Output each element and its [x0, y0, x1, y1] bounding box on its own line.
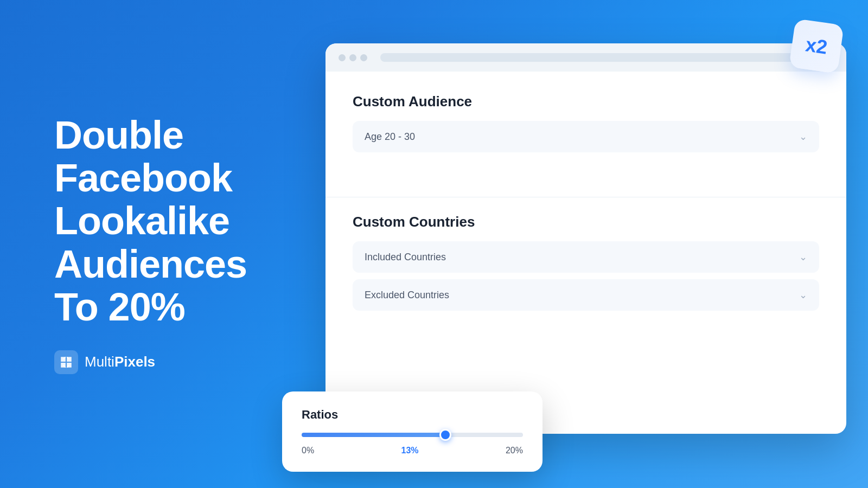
excluded-countries-dropdown[interactable]: Excluded Countries ⌄	[353, 279, 819, 311]
brand-name-bold: Pixels	[114, 354, 155, 370]
excluded-countries-label: Excluded Countries	[365, 290, 449, 301]
browser-dot-1	[339, 54, 346, 61]
multipixels-icon	[59, 355, 73, 369]
slider-labels: 0% 13% 20%	[302, 446, 523, 455]
browser-dots	[339, 54, 367, 61]
headline-line3: Lookalike	[54, 200, 250, 242]
x2-label: x2	[804, 33, 829, 59]
main-card: Custom Audience Age 20 - 30 ⌄ Custom Cou…	[326, 43, 846, 434]
browser-dot-3	[360, 54, 367, 61]
left-section: Double Facebook Lookalike Audiences To 2…	[0, 70, 282, 418]
age-dropdown-label: Age 20 - 30	[365, 131, 415, 143]
age-dropdown[interactable]: Age 20 - 30 ⌄	[353, 121, 819, 152]
section-divider	[326, 197, 846, 197]
brand-name: MultiPixels	[85, 354, 155, 370]
excluded-chevron-icon: ⌄	[799, 289, 807, 301]
headline-line2: Facebook	[54, 157, 250, 200]
slider-container[interactable]	[302, 433, 523, 437]
brand-logo: MultiPixels	[54, 350, 250, 374]
ratios-title: Ratios	[302, 408, 523, 422]
slider-current-label: 13%	[401, 446, 419, 455]
brand-icon	[54, 350, 78, 374]
headline-line1: Double	[54, 114, 250, 157]
slider-thumb[interactable]	[439, 429, 451, 441]
slider-fill	[302, 433, 445, 437]
x2-badge: x2	[789, 18, 844, 74]
browser-address-bar	[380, 53, 833, 62]
brand-name-regular: Multi	[85, 354, 114, 370]
age-chevron-icon: ⌄	[799, 131, 807, 143]
right-section: Custom Audience Age 20 - 30 ⌄ Custom Cou…	[282, 0, 868, 488]
included-countries-label: Included Countries	[365, 252, 446, 263]
countries-section: Custom Countries Included Countries ⌄ Ex…	[326, 214, 846, 339]
browser-dot-2	[349, 54, 356, 61]
browser-bar	[326, 43, 846, 72]
custom-countries-title: Custom Countries	[353, 214, 819, 230]
headline: Double Facebook Lookalike Audiences To 2…	[54, 114, 250, 329]
custom-audience-title: Custom Audience	[353, 93, 819, 110]
card-content: Custom Audience Age 20 - 30 ⌄	[326, 72, 846, 181]
slider-max-label: 20%	[506, 446, 523, 455]
headline-line5: To 20%	[54, 286, 250, 329]
included-countries-dropdown[interactable]: Included Countries ⌄	[353, 241, 819, 273]
headline-line4: Audiences	[54, 243, 250, 286]
slider-track	[302, 433, 523, 437]
ratios-card: Ratios 0% 13% 20%	[282, 391, 542, 472]
included-chevron-icon: ⌄	[799, 251, 807, 263]
slider-min-label: 0%	[302, 446, 314, 455]
